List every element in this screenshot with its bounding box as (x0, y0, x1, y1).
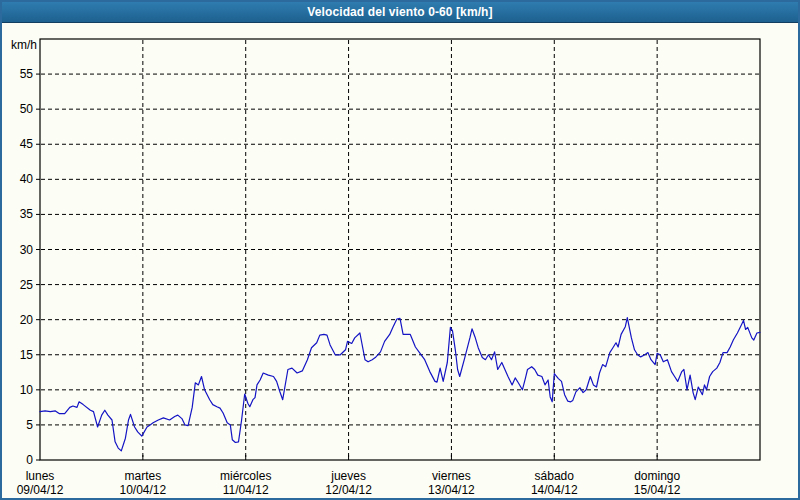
wind-speed-chart: 0510152025303540455055lunes09/04/12marte… (2, 2, 798, 498)
x-date-label: 12/04/12 (325, 483, 372, 497)
y-tick-label: 55 (20, 67, 34, 81)
x-day-label: domingo (634, 469, 680, 483)
x-date-label: 09/04/12 (17, 483, 64, 497)
x-day-label: sábado (535, 469, 575, 483)
y-tick-label: 20 (20, 313, 34, 327)
x-day-label: miércoles (220, 469, 271, 483)
y-axis-unit-label: km/h (11, 38, 37, 52)
x-date-label: 14/04/12 (531, 483, 578, 497)
y-tick-label: 15 (20, 348, 34, 362)
y-tick-label: 0 (26, 453, 33, 467)
y-tick-label: 10 (20, 383, 34, 397)
series-line-velocidad-del-viento (40, 318, 760, 451)
y-tick-label: 25 (20, 278, 34, 292)
y-tick-label: 35 (20, 207, 34, 221)
x-day-label: lunes (26, 469, 55, 483)
y-tick-label: 45 (20, 137, 34, 151)
y-tick-label: 50 (20, 102, 34, 116)
x-date-label: 11/04/12 (223, 483, 269, 497)
y-tick-label: 40 (20, 172, 34, 186)
x-day-label: jueves (330, 469, 366, 483)
x-day-label: martes (125, 469, 162, 483)
y-tick-label: 5 (26, 418, 33, 432)
x-day-label: viernes (432, 469, 471, 483)
x-date-label: 15/04/12 (634, 483, 681, 497)
y-tick-label: 30 (20, 243, 34, 257)
x-date-label: 13/04/12 (428, 483, 475, 497)
wind-speed-widget: Velocidad del viento 0-60 [km/h] 0510152… (0, 0, 800, 500)
x-date-label: 10/04/12 (119, 483, 166, 497)
